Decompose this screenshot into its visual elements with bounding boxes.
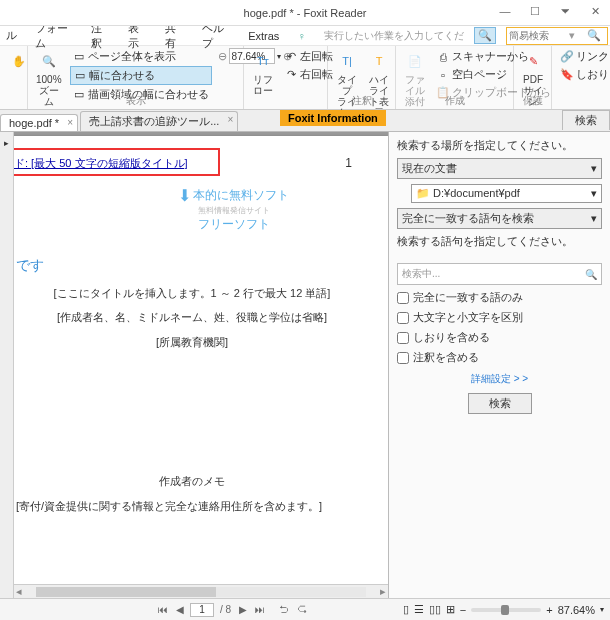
horizontal-scrollbar[interactable]: ◂ ▸ [14,584,388,598]
zoom-icon: 🔍 [38,50,60,72]
close-tab-icon[interactable]: × [67,117,73,128]
tab-bar: hoge.pdf *× 売上請求書の追跡ツール...× Foxit Inform… [0,110,610,132]
group-view: 表示 [28,94,243,108]
search-location-label: 検索する場所を指定してください。 [397,138,602,153]
doc-tab-2[interactable]: 売上請求書の追跡ツール...× [80,111,238,131]
window-title: hoge.pdf * - Foxit Reader [244,7,367,19]
next-page-icon[interactable]: ▶ [237,604,249,615]
zoom-out-icon[interactable]: ⊖ [218,50,227,63]
chk-comments[interactable]: 注釈を含める [397,350,602,365]
search-panel: 検索する場所を指定してください。 現在の文書▾ 📁 D:¥document¥pd… [388,132,610,602]
group-comment: 注釈 [328,94,395,108]
nav-fwd-icon[interactable]: ⮎ [295,604,309,615]
zoom-percent[interactable]: 87.64% [558,604,595,616]
body-line: [作成者名、名、ミドルネーム、姓、役職と学位は省略] [16,308,368,327]
maximize-button[interactable]: ☐ [524,2,546,20]
overflow-button[interactable]: ⏷ [554,2,576,20]
view-cover-icon[interactable]: ⊞ [446,603,455,616]
close-button[interactable]: ✕ [584,2,606,20]
insert-bookmark[interactable]: 🔖しおり [558,66,610,83]
left-sidebar: ▸ [0,132,14,602]
view-continuous-icon[interactable]: ☰ [414,603,424,616]
search-path-select[interactable]: 📁 D:¥document¥pdf▾ [411,184,602,203]
tell-me-icon[interactable]: ♀ [293,28,309,44]
pdf-page: ド: [最大 50 文字の短縮版タイトル] 1 ⬇本的に無料ソフト 無料情報発信… [14,136,388,596]
zoom-out-status-icon[interactable]: − [460,604,466,616]
doc-tab-1[interactable]: hoge.pdf *× [0,114,78,131]
page-number: 1 [345,156,352,170]
quick-search-input[interactable] [509,30,565,41]
search-scope-select[interactable]: 現在の文書▾ [397,158,602,179]
group-protect: 保護 [514,94,551,108]
close-tab-icon[interactable]: × [227,114,233,125]
prev-page-icon[interactable]: ◀ [174,604,186,615]
ribbon: ✋ 🔍100% ズーム ▭ページ全体を表示 ▭幅に合わせる ▭描画領域の幅に合わ… [0,46,610,110]
foxit-info-banner[interactable]: Foxit Information [280,110,386,126]
chk-bookmarks[interactable]: しおりを含める [397,330,602,345]
zoom-slider[interactable] [471,608,541,612]
body-line: [ここにタイトルを挿入します。1 ～ 2 行で最大 12 単語] [16,284,368,303]
page-total: / 8 [218,604,233,615]
reflow[interactable]: Tтリフロー [250,48,276,98]
fit-page[interactable]: ▭ページ全体を表示 [70,48,212,65]
search-tab[interactable]: 検索 [562,110,610,130]
annotation-box[interactable]: ド: [最大 50 文字の短縮版タイトル] [14,148,220,176]
quick-search[interactable]: ▾🔍 [506,27,608,45]
search-button[interactable]: 検索 [468,393,532,414]
last-page-icon[interactable]: ⏭ [253,604,267,615]
minimize-button[interactable]: ― [494,2,516,20]
body-line: 作成者のメモ [16,472,368,491]
search-term-label: 検索する語句を指定してください。 [397,234,602,249]
nav-back-icon[interactable]: ⮌ [277,604,291,615]
page-input[interactable] [190,603,214,617]
body-line: [所属教育機関] [16,333,368,352]
group-create: 作成 [396,94,513,108]
view-facing-icon[interactable]: ▯▯ [429,603,441,616]
menu-bar: ル フォーム 注釈 表示 共有 ヘルプ Extras ♀ 実行したい作業を入力し… [0,26,610,46]
first-page-icon[interactable]: ⏮ [156,604,170,615]
watermark-logo: ⬇本的に無料ソフト 無料情報発信サイト フリーソフト [178,186,289,233]
view-single-icon[interactable]: ▯ [403,603,409,616]
search-match-select[interactable]: 完全に一致する語句を検索▾ [397,208,602,229]
search-highlight-icon[interactable]: 🔍 [474,27,496,44]
tell-me-hint[interactable]: 実行したい作業を入力してくださ... [320,27,464,45]
chk-whole-words[interactable]: 完全に一致する語のみ [397,290,602,305]
search-term-input[interactable]: 検索中...🔍 [397,263,602,285]
group-insert: 挿入 [552,94,610,108]
body-heading: です [16,254,368,278]
document-viewport[interactable]: ド: [最大 50 文字の短縮版タイトル] 1 ⬇本的に無料ソフト 無料情報発信… [14,132,388,602]
insert-link[interactable]: 🔗リンク [558,48,610,65]
advanced-settings-link[interactable]: 詳細設定 > > [397,372,602,386]
zoom-in-status-icon[interactable]: + [546,604,552,616]
fit-width[interactable]: ▭幅に合わせる [70,66,212,85]
body-line: [寄付/資金提供に関する情報と完全な連絡用住所を含めます。] [16,497,368,516]
menu-extras[interactable]: Extras [244,28,283,44]
menu-file[interactable]: ル [2,26,21,45]
search-icon[interactable]: 🔍 [585,269,597,280]
sidebar-toggle-icon[interactable]: ▸ [4,138,9,148]
title-link[interactable]: ド: [最大 50 文字の短縮版タイトル] [14,150,218,177]
status-bar: ⏮ ◀ / 8 ▶ ⏭ ⮌ ⮎ ▯ ☰ ▯▯ ⊞ − + 87.64% ▾ [0,598,610,620]
chk-case[interactable]: 大文字と小文字を区別 [397,310,602,325]
